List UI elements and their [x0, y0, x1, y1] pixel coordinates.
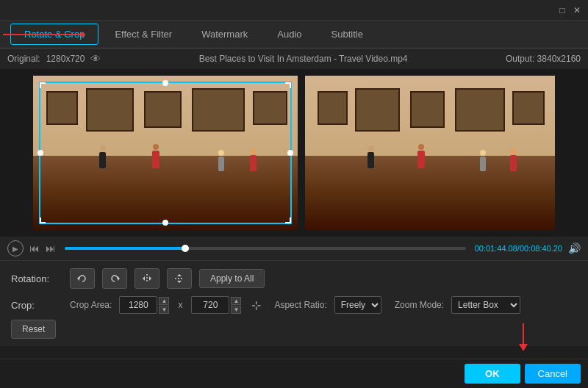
figure-right-1 [368, 146, 374, 168]
figure-1 [99, 146, 106, 168]
width-increment[interactable]: ▲ [159, 297, 169, 305]
flip-v-icon [173, 273, 185, 284]
dimension-separator: x [178, 300, 182, 310]
tab-rotate-crop[interactable]: Rotate & Crop [10, 24, 98, 45]
tab-subtitle[interactable]: Subtitle [318, 24, 376, 44]
progress-bar[interactable] [65, 247, 466, 250]
left-video-frame [33, 76, 298, 230]
rotation-row: Rotation: Apply to All [11, 268, 577, 289]
original-resolution: 1280x720 [46, 54, 85, 64]
gallery-scene-right [305, 76, 555, 230]
crop-row: Crop: Crop Area: ▲ ▼ x ▲ ▼ ⊹ Aspect Rati… [11, 296, 577, 314]
flip-h-icon [141, 273, 153, 284]
right-video-frame [305, 76, 555, 230]
crop-height-group: ▲ ▼ [191, 296, 241, 314]
apply-to-all-button[interactable]: Apply to All [199, 269, 265, 288]
tab-audio[interactable]: Audio [264, 24, 315, 44]
art-piece-4 [192, 88, 245, 132]
art-right-1 [318, 91, 348, 125]
close-button[interactable]: ✕ [572, 5, 582, 15]
window-controls: □ ✕ [557, 5, 582, 15]
preview-area [0, 69, 588, 237]
figure-4 [250, 148, 257, 171]
aspect-ratio-label: Aspect Ratio: [274, 300, 326, 310]
output-resolution: 3840x2160 [537, 54, 581, 64]
skip-forward-button[interactable]: ⏭ [46, 242, 56, 254]
gallery-floor-right [305, 156, 555, 230]
rotate-cw-icon [109, 273, 121, 284]
skip-back-button[interactable]: ⏮ [29, 242, 40, 254]
reset-button[interactable]: Reset [11, 320, 56, 339]
svg-marker-8 [177, 274, 182, 276]
art-piece-5 [253, 91, 287, 125]
tab-effect-filter[interactable]: Effect & Filter [101, 24, 185, 44]
art-right-2 [355, 88, 400, 132]
minimize-button[interactable]: □ [557, 5, 567, 15]
crop-width-input[interactable] [119, 296, 157, 314]
video-info-left: Original: 1280x720 👁 [7, 53, 101, 65]
crop-height-spinner: ▲ ▼ [231, 297, 241, 314]
playback-bar: ▶ ⏮ ⏭ 00:01:44.08/00:08:40.20 🔊 [0, 237, 588, 260]
crop-width-group: ▲ ▼ [119, 296, 169, 314]
height-increment[interactable]: ▲ [231, 297, 241, 305]
crop-area-label: Crop Area: [70, 300, 112, 310]
original-label: Original: [7, 54, 40, 64]
visibility-icon[interactable]: 👁 [90, 53, 101, 65]
progress-fill [65, 247, 185, 250]
svg-marker-2 [77, 276, 79, 281]
current-time: 00:01:44.08 [475, 244, 517, 253]
art-piece-1 [46, 91, 78, 125]
play-button[interactable]: ▶ [7, 240, 24, 256]
svg-marker-9 [177, 281, 182, 283]
zoom-mode-dropdown[interactable]: Letter Box Pan & Scan Full [451, 296, 520, 314]
rotate-cw-button[interactable] [102, 268, 127, 289]
title-bar: □ ✕ [0, 0, 588, 21]
crop-height-input[interactable] [191, 296, 229, 314]
ok-button[interactable]: OK [465, 364, 520, 384]
figure-3 [218, 150, 224, 171]
aspect-ratio-dropdown[interactable]: Freely 16:9 4:3 1:1 [334, 296, 381, 314]
total-time: 00:08:40.20 [520, 244, 562, 253]
zoom-mode-label: Zoom Mode: [395, 300, 444, 310]
output-label: Output: [506, 54, 534, 64]
rotate-ccw-button[interactable] [70, 268, 95, 289]
left-video [33, 76, 298, 230]
tab-watermark[interactable]: Watermark [188, 24, 261, 44]
svg-marker-6 [149, 276, 151, 281]
controls-area: Rotation: Apply to All Crop: Crop Area: [0, 260, 588, 346]
art-right-5 [512, 91, 545, 125]
figure-right-2 [417, 144, 425, 168]
flip-vertical-button[interactable] [167, 268, 192, 289]
bottom-bar: OK Cancel [0, 359, 588, 388]
figure-2 [152, 144, 159, 168]
figure-right-3 [480, 150, 486, 171]
fit-icon[interactable]: ⊹ [251, 298, 261, 312]
cancel-button[interactable]: Cancel [525, 364, 581, 384]
time-display: 00:01:44.08/00:08:40.20 [475, 244, 562, 253]
gallery-scene-left [33, 76, 298, 230]
rotation-label: Rotation: [11, 273, 62, 284]
figure-right-4 [510, 148, 517, 171]
art-right-4 [455, 88, 505, 132]
volume-icon[interactable]: 🔊 [568, 242, 581, 254]
video-info-right: Output: 3840x2160 [506, 54, 581, 64]
svg-marker-3 [118, 276, 120, 281]
width-decrement[interactable]: ▼ [159, 306, 169, 314]
art-piece-3 [144, 91, 181, 128]
tab-bar: Rotate & Crop Effect & Filter Watermark … [0, 21, 588, 48]
gallery-floor [33, 156, 298, 230]
flip-horizontal-button[interactable] [135, 268, 159, 289]
progress-thumb[interactable] [182, 245, 189, 252]
art-right-3 [410, 91, 445, 128]
video-info-bar: Original: 1280x720 👁 Best Places to Visi… [0, 48, 588, 69]
crop-width-spinner: ▲ ▼ [159, 297, 169, 314]
video-filename: Best Places to Visit In Amsterdam - Trav… [199, 54, 408, 64]
svg-marker-5 [143, 276, 145, 281]
art-piece-2 [86, 88, 134, 132]
height-decrement[interactable]: ▼ [231, 306, 241, 314]
crop-label: Crop: [11, 300, 62, 311]
rotate-ccw-icon [76, 273, 88, 284]
